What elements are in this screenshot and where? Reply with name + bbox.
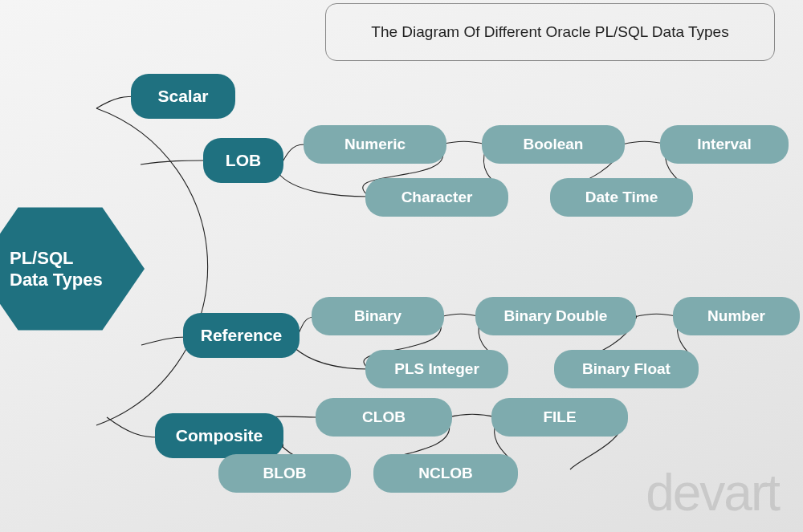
node-numeric: Numeric xyxy=(304,125,446,164)
node-number: Number xyxy=(673,297,800,335)
node-binary: Binary xyxy=(312,297,444,335)
node-character: Character xyxy=(365,178,508,217)
watermark-logo: devart xyxy=(646,463,779,522)
node-datetime: Date Time xyxy=(550,178,693,217)
node-interval: Interval xyxy=(660,125,789,164)
node-boolean: Boolean xyxy=(482,125,625,164)
node-binary-double: Binary Double xyxy=(475,297,636,335)
node-nclob: NCLOB xyxy=(373,454,518,493)
category-scalar: Scalar xyxy=(131,74,235,119)
category-lob: LOB xyxy=(203,138,283,183)
category-reference: Reference xyxy=(183,313,300,358)
node-file: FILE xyxy=(491,398,628,437)
diagram-title: The Diagram Of Different Oracle PL/SQL D… xyxy=(371,23,728,41)
node-blob: BLOB xyxy=(218,454,351,493)
category-composite: Composite xyxy=(155,413,283,458)
root-label: PL/SQL Data Types xyxy=(10,247,103,291)
node-clob: CLOB xyxy=(316,398,452,437)
root-node: PL/SQL Data Types xyxy=(0,201,145,337)
node-binary-float: Binary Float xyxy=(554,350,699,388)
node-pls-integer: PLS Integer xyxy=(365,350,508,388)
diagram-title-box: The Diagram Of Different Oracle PL/SQL D… xyxy=(325,3,775,61)
